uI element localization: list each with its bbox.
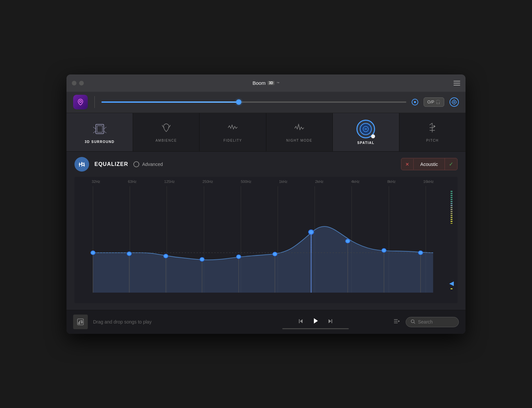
output-button[interactable]: O/P 🎧	[424, 97, 444, 107]
settings-button[interactable]	[450, 97, 459, 107]
trademark: ™	[276, 81, 279, 85]
eq-icon	[74, 157, 89, 172]
minimize-btn[interactable]	[79, 81, 84, 85]
preset-selector: ✕ Acoustic ✓	[401, 158, 458, 170]
svg-rect-8	[97, 126, 102, 132]
prev-button[interactable]	[298, 318, 304, 326]
advanced-toggle[interactable]: Advanced	[133, 161, 163, 167]
svg-line-15	[430, 123, 432, 125]
svg-point-47	[382, 248, 386, 252]
menu-button[interactable]	[454, 81, 460, 85]
window-controls	[72, 81, 84, 85]
search-box	[406, 317, 459, 327]
svg-marker-56	[329, 319, 331, 323]
headphone-icon: 🎧	[436, 100, 441, 104]
eq-canvas: ◀	[74, 186, 458, 293]
level-arrow[interactable]: ◀	[449, 280, 454, 287]
eq-graph: 32Hz 63Hz 125Hz 250Hz 500Hz 1kHz 2kHz 4k…	[74, 177, 458, 303]
volume-fill	[101, 101, 239, 103]
svg-point-34	[164, 254, 168, 258]
freq-4khz: 4kHz	[351, 180, 359, 184]
svg-point-36	[200, 257, 204, 261]
svg-rect-54	[299, 319, 300, 323]
tab-spatial[interactable]: SPATIAL	[333, 113, 399, 151]
freq-250hz: 250Hz	[202, 180, 213, 184]
freq-8khz: 8kHz	[387, 180, 396, 184]
fidelity-icon	[227, 122, 239, 136]
svg-line-11	[93, 131, 96, 133]
eq-title: EQUALIZER	[94, 161, 128, 167]
svg-line-9	[93, 127, 96, 129]
tab-ambience-label: AMBIENCE	[156, 139, 177, 142]
tab-night-mode-label: NIGHT MODE	[286, 139, 313, 142]
volume-bar: O/P 🎧	[66, 92, 466, 113]
svg-point-38	[236, 255, 241, 259]
svg-rect-57	[332, 319, 332, 323]
app-name: Boom	[253, 80, 266, 86]
svg-point-62	[411, 320, 414, 323]
pitch-icon	[426, 122, 438, 136]
advanced-label: Advanced	[142, 162, 163, 167]
svg-point-30	[91, 251, 95, 255]
app-badge: 3D	[268, 81, 275, 85]
freq-63hz: 63Hz	[128, 180, 137, 184]
freq-2khz: 2kHz	[315, 180, 324, 184]
close-btn[interactable]	[72, 81, 76, 85]
svg-point-45	[345, 239, 350, 243]
search-input[interactable]	[418, 319, 451, 325]
tab-ambience[interactable]: AMBIENCE	[133, 113, 200, 151]
preset-confirm-button[interactable]: ✓	[445, 158, 457, 170]
playlist-button[interactable]	[393, 318, 400, 327]
freq-125hz: 125Hz	[164, 180, 175, 184]
output-label: O/P	[427, 100, 434, 104]
tab-fidelity-label: FIDELITY	[223, 139, 242, 142]
svg-point-24	[81, 163, 82, 164]
eq-freq-labels: 32Hz 63Hz 125Hz 250Hz 500Hz 1kHz 2kHz 4k…	[74, 177, 458, 186]
svg-line-10	[104, 127, 106, 129]
svg-point-40	[273, 252, 277, 256]
volume-max-icon	[412, 99, 418, 105]
freq-32hz: 32Hz	[92, 180, 100, 184]
tab-fidelity[interactable]: FIDELITY	[200, 113, 266, 151]
spatial-icon	[356, 120, 375, 138]
tab-3d-surround[interactable]: 3D SURROUND	[66, 113, 133, 151]
tab-spatial-label: SPATIAL	[357, 141, 374, 145]
app-window: Boom 3D ™ O/P 🎧	[66, 74, 466, 334]
volume-slider-container	[101, 101, 406, 103]
player-bar: Drag and drop songs to play	[66, 310, 466, 334]
svg-point-0	[79, 100, 81, 102]
titlebar: Boom 3D ™	[66, 74, 466, 92]
preset-cancel-button[interactable]: ✕	[401, 159, 414, 170]
freq-16khz: 16kHz	[423, 180, 434, 184]
tab-night-mode[interactable]: NIGHT MODE	[266, 113, 333, 151]
night-mode-icon	[293, 122, 305, 136]
volume-slider[interactable]	[101, 101, 406, 103]
svg-marker-18	[434, 125, 436, 128]
svg-point-2	[454, 101, 455, 103]
next-button[interactable]	[327, 318, 333, 326]
player-controls	[298, 317, 333, 327]
app-icon	[73, 95, 88, 109]
progress-track	[282, 328, 349, 329]
svg-line-12	[104, 131, 106, 133]
play-button[interactable]	[312, 317, 319, 327]
svg-line-63	[414, 322, 415, 324]
tab-3d-surround-label: 3D SURROUND	[85, 140, 115, 144]
svg-point-52	[81, 322, 82, 323]
preset-name: Acoustic	[414, 159, 445, 170]
equalizer-section: EQUALIZER Advanced ✕ Acoustic ✓ 32Hz 63H…	[66, 152, 466, 310]
eq-header: EQUALIZER Advanced ✕ Acoustic ✓	[66, 152, 466, 177]
divider	[94, 96, 95, 108]
tab-pitch[interactable]: PITCH	[399, 113, 466, 151]
music-icon	[73, 315, 88, 329]
svg-point-49	[418, 251, 423, 255]
svg-point-1	[452, 100, 456, 104]
svg-point-32	[127, 252, 131, 256]
svg-marker-61	[398, 320, 400, 322]
svg-rect-50	[77, 319, 83, 325]
tab-pitch-label: PITCH	[426, 139, 439, 142]
drag-drop-text: Drag and drop songs to play	[93, 319, 238, 325]
svg-point-21	[79, 164, 80, 165]
svg-marker-53	[300, 319, 303, 323]
advanced-radio	[133, 161, 139, 167]
